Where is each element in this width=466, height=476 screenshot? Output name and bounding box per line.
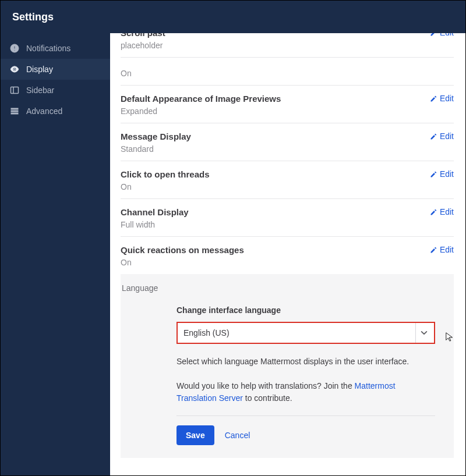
- setting-row-image-previews: Default Appearance of Image Previews Edi…: [121, 86, 454, 123]
- pencil-icon: [430, 208, 437, 215]
- svg-point-3: [14, 69, 16, 70]
- setting-title: Message Display: [121, 132, 191, 141]
- pencil-icon: [430, 246, 437, 253]
- setting-row-click-threads: Click to open threads Edit On: [121, 161, 454, 199]
- svg-rect-1: [14, 46, 15, 49]
- divider: [176, 415, 435, 416]
- close-button[interactable]: [440, 10, 454, 24]
- settings-header: Settings: [1, 1, 465, 33]
- svg-rect-7: [11, 111, 18, 112]
- language-help-text-1: Select which language Mattermost display…: [176, 356, 433, 368]
- sidebar-item-label: Notifications: [26, 44, 70, 53]
- list-icon: [10, 106, 19, 116]
- setting-title: Quick reactions on messages: [121, 245, 244, 255]
- settings-sidebar: Notifications Display Sidebar Advanced: [1, 33, 110, 475]
- setting-value: Standard: [121, 144, 454, 154]
- page-title: Settings: [12, 11, 54, 23]
- setting-title: Channel Display: [121, 207, 189, 217]
- setting-row-channel-display: Channel Display Edit Full width: [121, 199, 454, 237]
- setting-row-message-display: Message Display Edit Standard: [121, 123, 454, 161]
- sidebar-item-display[interactable]: Display: [1, 59, 110, 80]
- sidebar-item-label: Advanced: [26, 106, 62, 116]
- setting-value: On: [121, 258, 454, 267]
- language-section: Language Change interface language Engli…: [121, 274, 454, 458]
- edit-link[interactable]: Edit: [430, 245, 454, 254]
- sidebar-item-label: Sidebar: [26, 86, 54, 95]
- setting-row: Scroll past Edit placeholder: [121, 33, 454, 58]
- setting-title: Default Appearance of Image Previews: [121, 94, 281, 104]
- language-select-value: English (US): [183, 328, 415, 338]
- language-help-text-2: Would you like to help with translations…: [176, 380, 433, 405]
- exclamation-circle-icon: [10, 44, 19, 53]
- setting-value: placeholder: [121, 41, 454, 50]
- columns-icon: [10, 86, 19, 95]
- svg-rect-6: [11, 108, 18, 109]
- language-select[interactable]: English (US): [176, 322, 435, 344]
- setting-title: Scroll past: [121, 33, 165, 38]
- setting-value: On: [121, 182, 454, 191]
- language-section-title: Language: [121, 283, 454, 293]
- sidebar-item-notifications[interactable]: Notifications: [1, 38, 110, 59]
- pencil-icon: [430, 33, 437, 36]
- chevron-down-icon: [415, 323, 432, 343]
- setting-row: On: [121, 58, 454, 86]
- edit-link[interactable]: Edit: [430, 33, 454, 37]
- pencil-icon: [430, 95, 437, 102]
- sidebar-item-label: Display: [26, 65, 53, 74]
- setting-value: Full width: [121, 220, 454, 229]
- save-button[interactable]: Save: [176, 425, 214, 445]
- sidebar-item-sidebar[interactable]: Sidebar: [1, 80, 110, 101]
- svg-rect-8: [11, 113, 18, 114]
- edit-link[interactable]: Edit: [430, 207, 454, 216]
- setting-row-quick-reactions: Quick reactions on messages Edit On: [121, 237, 454, 274]
- eye-icon: [10, 65, 19, 74]
- cancel-button[interactable]: Cancel: [225, 431, 250, 440]
- setting-value: Expanded: [121, 106, 454, 116]
- sidebar-item-advanced[interactable]: Advanced: [1, 101, 110, 122]
- svg-rect-2: [14, 49, 15, 51]
- language-field-label: Change interface language: [176, 306, 454, 315]
- pencil-icon: [430, 133, 437, 140]
- setting-value: On: [121, 69, 454, 78]
- edit-link[interactable]: Edit: [430, 169, 454, 179]
- svg-rect-4: [11, 87, 19, 94]
- edit-link[interactable]: Edit: [430, 94, 454, 103]
- setting-title: Click to open threads: [121, 169, 210, 179]
- pencil-icon: [430, 170, 437, 177]
- edit-link[interactable]: Edit: [430, 132, 454, 141]
